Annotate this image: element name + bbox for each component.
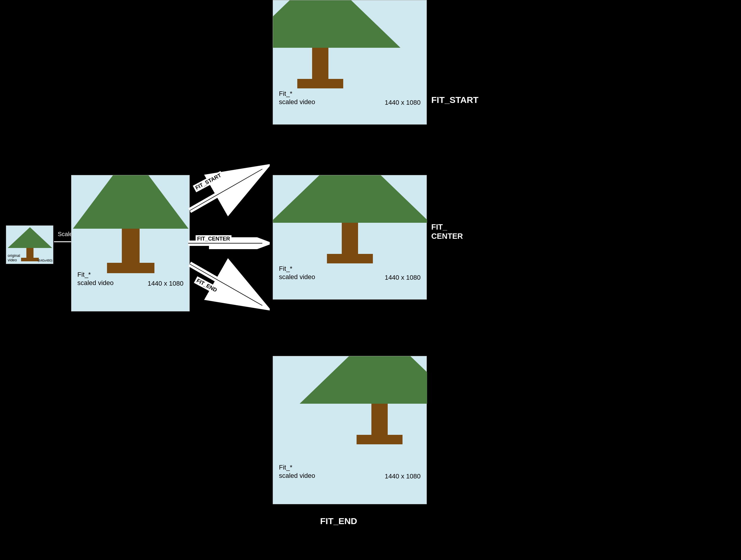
fit-center-fit-label: Fit_*scaled video (279, 264, 315, 282)
middle-size-label: 1440 x 1080 (148, 280, 184, 288)
fit-end-fit-label: Fit_*scaled video (279, 463, 315, 480)
fit-center-arrow-label: FIT_CENTER (196, 235, 231, 243)
svg-rect-18 (312, 48, 328, 80)
svg-rect-22 (327, 254, 373, 263)
svg-rect-7 (107, 263, 154, 273)
fit-start-fit-label: Fit_*scaled video (279, 89, 315, 107)
svg-rect-19 (297, 79, 343, 88)
scale-label: Scale (58, 231, 73, 238)
svg-rect-6 (122, 229, 140, 264)
svg-marker-23 (300, 356, 427, 404)
middle-video-box: Fit_*scaled video 1440 x 1080 (71, 175, 190, 311)
fit-start-video-box: Fit_*scaled video 1440 x 1080 (273, 0, 427, 125)
svg-marker-17 (273, 0, 400, 48)
fit-start-size-label: 1440 x 1080 (385, 99, 421, 107)
svg-rect-1 (26, 248, 33, 258)
fit-center-size-label: 1440 x 1080 (385, 274, 421, 282)
fit-center-label: FIT_CENTER (431, 223, 463, 241)
svg-rect-21 (342, 223, 358, 255)
fit-center-video-box: Fit_*scaled video 1440 x 1080 (273, 175, 427, 300)
svg-rect-2 (21, 258, 39, 261)
fit-end-video-box: Fit_*scaled video 1440 x 1080 (273, 356, 427, 504)
svg-marker-0 (8, 227, 52, 248)
svg-marker-5 (73, 175, 189, 229)
original-video-box: original video (640x480) (6, 226, 53, 264)
fit-end-label: FIT_END (320, 516, 357, 526)
fit-start-label: FIT_START (431, 95, 478, 105)
fit-end-size-label: 1440 x 1080 (385, 473, 421, 480)
svg-rect-25 (356, 435, 403, 444)
middle-fit-label: Fit_*scaled video (77, 270, 114, 288)
original-size: (640x480) (38, 259, 53, 262)
svg-rect-24 (372, 404, 388, 436)
svg-marker-20 (273, 175, 427, 223)
original-label: original video (8, 253, 20, 262)
